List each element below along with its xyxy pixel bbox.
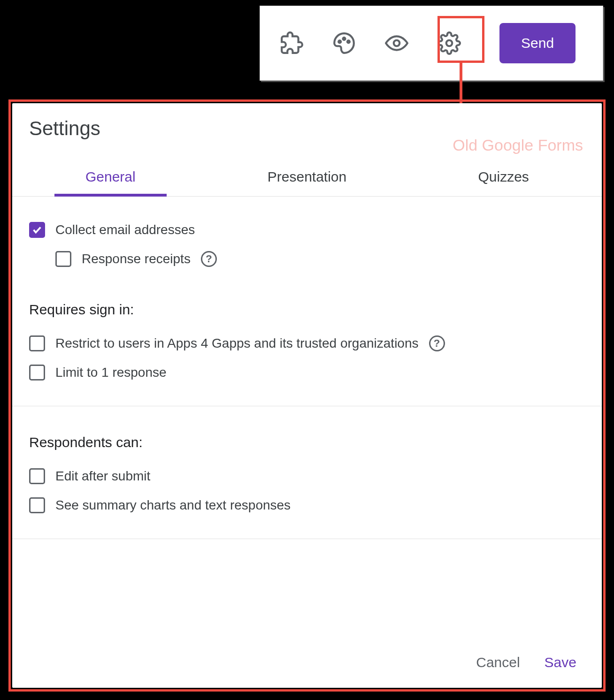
tab-general[interactable]: General [12, 159, 209, 196]
checkbox-restrict-org[interactable] [29, 335, 45, 351]
settings-content: Collect email addresses Response receipt… [12, 197, 602, 637]
annotation-watermark: Old Google Forms [453, 136, 583, 154]
checkbox-collect-email[interactable] [29, 222, 45, 238]
label-restrict-org: Restrict to users in Apps 4 Gapps and it… [55, 336, 419, 351]
divider [12, 539, 602, 539]
checkbox-edit-after-submit[interactable] [29, 468, 45, 484]
dialog-footer: Cancel Save [12, 637, 602, 688]
svg-point-2 [347, 40, 350, 43]
palette-icon[interactable] [332, 31, 356, 55]
svg-point-1 [343, 38, 345, 40]
section-respondents-can: Respondents can: [29, 434, 585, 450]
label-response-receipts: Response receipts [82, 251, 191, 266]
forms-toolbar: Send [260, 6, 603, 81]
svg-point-4 [446, 40, 453, 46]
tab-quizzes[interactable]: Quizzes [405, 159, 602, 196]
preview-icon[interactable] [385, 31, 408, 55]
checkbox-response-receipts[interactable] [55, 251, 71, 267]
checkbox-limit-one[interactable] [29, 365, 45, 380]
tab-presentation[interactable]: Presentation [209, 159, 406, 196]
svg-point-0 [338, 40, 341, 43]
svg-point-3 [394, 40, 400, 46]
section-requires-signin: Requires sign in: [29, 302, 585, 318]
label-limit-one: Limit to 1 response [55, 365, 167, 380]
help-icon[interactable]: ? [429, 335, 445, 351]
send-button[interactable]: Send [499, 23, 576, 63]
settings-dialog: Settings Old Google Forms General Presen… [12, 103, 602, 688]
cancel-button[interactable]: Cancel [473, 654, 522, 671]
label-see-summary: See summary charts and text responses [55, 498, 291, 513]
checkbox-see-summary[interactable] [29, 497, 45, 513]
help-icon[interactable]: ? [201, 251, 217, 267]
label-edit-after-submit: Edit after submit [55, 469, 150, 484]
settings-gear-icon[interactable] [437, 31, 461, 55]
addons-icon[interactable] [280, 31, 303, 55]
label-collect-email: Collect email addresses [55, 222, 195, 237]
settings-tabs: General Presentation Quizzes [12, 159, 602, 197]
save-button[interactable]: Save [542, 654, 579, 671]
divider [12, 406, 602, 406]
